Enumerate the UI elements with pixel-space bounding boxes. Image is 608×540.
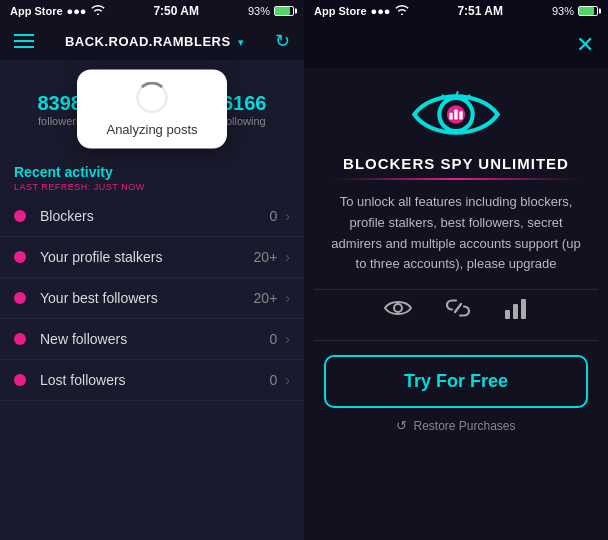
logo-area xyxy=(304,68,608,155)
activity-name: Blockers xyxy=(40,208,270,224)
analyzing-overlay: Analyzing posts xyxy=(77,70,227,149)
right-nav: ✕ xyxy=(304,22,608,68)
left-status-left: App Store ●●● xyxy=(10,5,105,17)
left-time: 7:50 AM xyxy=(153,4,199,18)
wifi-icon-right xyxy=(395,5,409,17)
signal-icon-left: ●●● xyxy=(67,5,87,17)
activity-name: Lost followers xyxy=(40,372,270,388)
following-label: following xyxy=(222,115,267,127)
right-status-right: 93% xyxy=(552,5,598,17)
restore-row: ↺ Restore Purchases xyxy=(304,418,608,441)
activity-count: 0 xyxy=(270,372,278,388)
battery-icon-right xyxy=(578,6,598,16)
activity-dot xyxy=(14,333,26,345)
chevron-right-icon: › xyxy=(285,290,290,306)
activity-count: 0 xyxy=(270,331,278,347)
left-status-right: 93% xyxy=(248,5,294,17)
eye-logo xyxy=(406,82,506,147)
restore-purchases-button[interactable]: Restore Purchases xyxy=(413,419,515,433)
svg-rect-4 xyxy=(459,111,462,119)
chevron-right-icon: › xyxy=(285,372,290,388)
wifi-icon-left xyxy=(91,5,105,17)
activity-item[interactable]: Your profile stalkers 20+ › xyxy=(0,237,304,278)
battery-percent-right: 93% xyxy=(552,5,574,17)
activity-name: Your profile stalkers xyxy=(40,249,254,265)
right-panel: App Store ●●● 7:51 AM 93% ✕ xyxy=(304,0,608,540)
hamburger-menu[interactable] xyxy=(14,34,34,48)
app-store-label-right: App Store xyxy=(314,5,367,17)
signal-icon-right: ●●● xyxy=(371,5,391,17)
following-block: 6166 following xyxy=(222,92,267,127)
chart-icon xyxy=(504,298,528,326)
followers-count: 8398 xyxy=(38,92,83,115)
activity-name: Your best followers xyxy=(40,290,254,306)
section-header: Recent activity LAST REFRESH: JUST NOW xyxy=(0,154,304,196)
left-panel: App Store ●●● 7:50 AM 93% BACK.ROAD.RAMB… xyxy=(0,0,304,540)
try-button-label: Try For Free xyxy=(404,371,508,391)
app-store-label-left: App Store xyxy=(10,5,63,17)
activity-count: 0 xyxy=(270,208,278,224)
nav-title-chevron[interactable]: ▾ xyxy=(238,36,244,48)
left-status-bar: App Store ●●● 7:50 AM 93% xyxy=(0,0,304,22)
chevron-right-icon: › xyxy=(285,331,290,347)
activity-dot xyxy=(14,210,26,222)
avatar-area: Analyzing posts xyxy=(117,74,187,144)
activity-count: 20+ xyxy=(254,249,278,265)
activity-dot xyxy=(14,251,26,263)
svg-rect-7 xyxy=(513,304,518,319)
section-subtitle: LAST REFRESH: JUST NOW xyxy=(14,182,290,192)
chevron-right-icon: › xyxy=(285,208,290,224)
nav-title: BACK.ROAD.RAMBLERS xyxy=(65,34,231,49)
activity-item[interactable]: Lost followers 0 › xyxy=(0,360,304,401)
activity-dot xyxy=(14,292,26,304)
top-nav: BACK.ROAD.RAMBLERS ▾ ↻ xyxy=(0,22,304,60)
refresh-icon[interactable]: ↻ xyxy=(275,30,290,52)
link-icon xyxy=(444,298,472,326)
right-status-left: App Store ●●● xyxy=(314,5,409,17)
promo-description: To unlock all features including blocker… xyxy=(304,192,608,289)
right-status-bar: App Store ●●● 7:51 AM 93% xyxy=(304,0,608,22)
activity-count: 20+ xyxy=(254,290,278,306)
promo-divider xyxy=(334,178,578,180)
following-count: 6166 xyxy=(222,92,267,115)
section-title: Recent activity xyxy=(14,164,290,180)
svg-rect-3 xyxy=(454,110,457,120)
followers-block: 8398 followers xyxy=(38,92,83,127)
activity-list: Blockers 0 › Your profile stalkers 20+ ›… xyxy=(0,196,304,540)
profile-area: 8398 followers Analyzing posts 6166 foll… xyxy=(0,60,304,154)
activity-item[interactable]: Blockers 0 › xyxy=(0,196,304,237)
analyzing-spinner xyxy=(136,82,168,114)
svg-rect-8 xyxy=(521,299,526,319)
activity-item[interactable]: New followers 0 › xyxy=(0,319,304,360)
battery-percent-left: 93% xyxy=(248,5,270,17)
eye-icon xyxy=(384,298,412,326)
close-button[interactable]: ✕ xyxy=(576,32,594,58)
svg-rect-6 xyxy=(505,310,510,319)
activity-name: New followers xyxy=(40,331,270,347)
analyzing-text: Analyzing posts xyxy=(106,122,197,137)
try-for-free-button[interactable]: Try For Free xyxy=(324,355,588,408)
svg-point-5 xyxy=(394,304,402,312)
promo-icons-row xyxy=(314,289,598,341)
activity-item[interactable]: Your best followers 20+ › xyxy=(0,278,304,319)
nav-title-area: BACK.ROAD.RAMBLERS ▾ xyxy=(65,32,244,50)
chevron-right-icon: › xyxy=(285,249,290,265)
svg-rect-2 xyxy=(449,113,452,120)
restore-icon: ↺ xyxy=(396,418,407,433)
battery-icon-left xyxy=(274,6,294,16)
promo-title: BLOCKERS SPY UNLIMITED xyxy=(304,155,608,178)
activity-dot xyxy=(14,374,26,386)
right-time: 7:51 AM xyxy=(457,4,503,18)
followers-label: followers xyxy=(38,115,83,127)
